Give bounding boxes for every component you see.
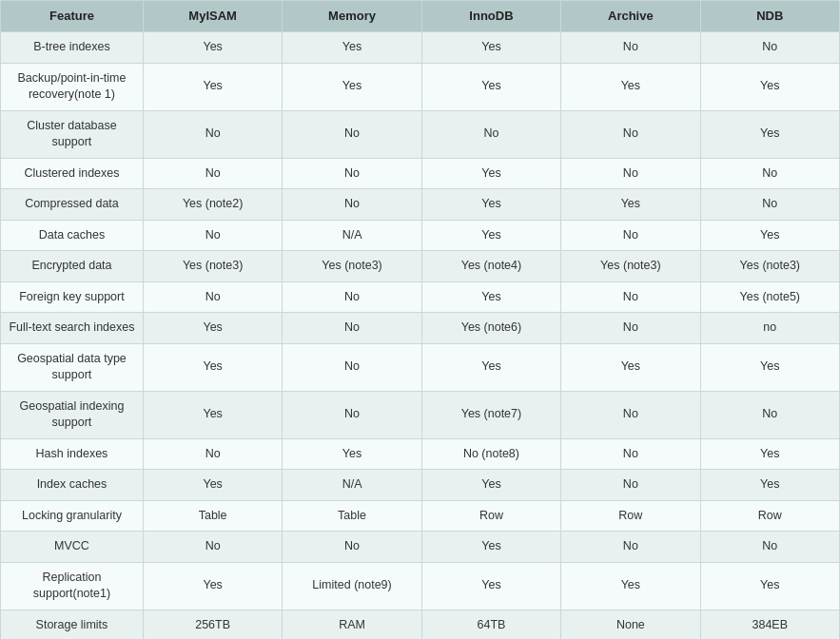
feature-label: Backup/point-in-time recovery(note 1) [1, 63, 144, 110]
feature-value: No [143, 281, 282, 313]
feature-value: Yes (note3) [283, 251, 421, 282]
feature-value: N/A [283, 220, 421, 251]
table-row: Locking granularityTableTableRowRowRow [1, 500, 840, 532]
feature-value: No [561, 220, 700, 251]
feature-value: No [561, 391, 700, 438]
feature-value: Yes [421, 158, 560, 189]
feature-value: Limited (note9) [283, 562, 421, 610]
feature-value: No [561, 313, 700, 344]
feature-value: Yes [561, 189, 700, 221]
feature-label: Locking granularity [1, 500, 144, 532]
feature-label: Full-text search indexes [1, 313, 144, 344]
table-row: Cluster database supportNoNoNoNoYes [1, 110, 840, 158]
feature-value: Yes [700, 220, 839, 251]
feature-label: Geospatial indexing support [1, 391, 144, 438]
table-row: Replication support(note1)YesLimited (no… [1, 562, 840, 610]
feature-value: No [143, 220, 282, 251]
feature-value: Yes (note6) [421, 313, 560, 344]
feature-value: Yes [421, 470, 560, 501]
feature-value: No [143, 532, 282, 563]
feature-label: B-tree indexes [1, 32, 144, 64]
table-row: Geospatial data type supportYesNoYesYesY… [1, 343, 840, 391]
feature-value: No [283, 343, 421, 391]
feature-value: Yes (note3) [700, 251, 839, 282]
feature-value: No [700, 391, 839, 438]
column-header: InnoDB [421, 1, 560, 32]
feature-value: None [561, 610, 700, 639]
feature-value: No [700, 158, 839, 189]
feature-value: Yes [143, 313, 282, 344]
feature-value: Yes [283, 32, 421, 64]
column-header: Archive [561, 1, 700, 32]
feature-value: No [283, 158, 421, 189]
feature-label: Data caches [1, 220, 144, 251]
feature-label: Encrypted data [1, 251, 144, 282]
feature-label: Replication support(note1) [1, 562, 144, 610]
feature-value: Yes (note7) [421, 391, 560, 438]
feature-value: Yes [421, 562, 560, 610]
feature-value: No [700, 189, 839, 221]
table-row: Encrypted dataYes (note3)Yes (note3)Yes … [1, 251, 840, 282]
feature-value: 64TB [421, 610, 560, 639]
feature-value: No [561, 110, 700, 158]
feature-value: Yes [700, 63, 839, 110]
feature-value: Yes [421, 189, 560, 221]
feature-value: Yes (note3) [561, 251, 700, 282]
feature-value: Yes [421, 343, 560, 391]
table-row: Clustered indexesNoNoYesNoNo [1, 158, 840, 189]
feature-value: No [561, 32, 700, 64]
feature-label: Geospatial data type support [1, 343, 144, 391]
feature-value: Yes (note5) [700, 281, 839, 313]
feature-value: Yes [700, 110, 839, 158]
feature-label: Index caches [1, 470, 144, 501]
feature-value: N/A [283, 470, 421, 501]
table-row: Foreign key supportNoNoYesNoYes (note5) [1, 281, 840, 313]
feature-value: Yes [561, 343, 700, 391]
feature-value: Yes [143, 343, 282, 391]
column-header: MyISAM [143, 1, 282, 32]
feature-value: Yes [700, 343, 839, 391]
feature-label: Foreign key support [1, 281, 144, 313]
column-header: NDB [700, 1, 839, 32]
feature-value: Yes [283, 438, 421, 470]
table-row: Index cachesYesN/AYesNoYes [1, 470, 840, 501]
column-header: Memory [283, 1, 421, 32]
feature-value: Yes [700, 438, 839, 470]
feature-value: No [283, 189, 421, 221]
table-row: Backup/point-in-time recovery(note 1)Yes… [1, 63, 840, 110]
feature-value: No [143, 438, 282, 470]
feature-value: No [561, 470, 700, 501]
feature-label: Compressed data [1, 189, 144, 221]
feature-value: Yes [421, 281, 560, 313]
feature-value: RAM [283, 610, 421, 639]
feature-value: Yes (note3) [143, 251, 282, 282]
feature-value: Yes [561, 562, 700, 610]
feature-value: No [283, 281, 421, 313]
feature-value: Yes [421, 220, 560, 251]
feature-value: No [561, 158, 700, 189]
feature-value: Row [700, 500, 839, 532]
feature-value: Yes (note2) [143, 189, 282, 221]
table-row: Data cachesNoN/AYesNoYes [1, 220, 840, 251]
feature-value: No [700, 532, 839, 563]
feature-value: No [421, 110, 560, 158]
feature-comparison-table: FeatureMyISAMMemoryInnoDBArchiveNDB B-tr… [0, 0, 840, 639]
feature-value: Yes [283, 63, 421, 110]
feature-value: No [561, 532, 700, 563]
feature-value: 256TB [143, 610, 282, 639]
feature-value: no [700, 313, 839, 344]
feature-value: Yes [143, 562, 282, 610]
feature-value: Yes [143, 63, 282, 110]
table-row: Compressed dataYes (note2)NoYesYesNo [1, 189, 840, 221]
feature-value: No [143, 158, 282, 189]
feature-value: No (note8) [421, 438, 560, 470]
feature-value: Yes [700, 470, 839, 501]
feature-value: Table [283, 500, 421, 532]
feature-value: No [283, 313, 421, 344]
table-row: Full-text search indexesYesNoYes (note6)… [1, 313, 840, 344]
feature-value: 384EB [700, 610, 839, 639]
feature-value: Yes [561, 63, 700, 110]
feature-value: Row [421, 500, 560, 532]
table-row: Geospatial indexing supportYesNoYes (not… [1, 391, 840, 438]
feature-value: Yes [700, 562, 839, 610]
